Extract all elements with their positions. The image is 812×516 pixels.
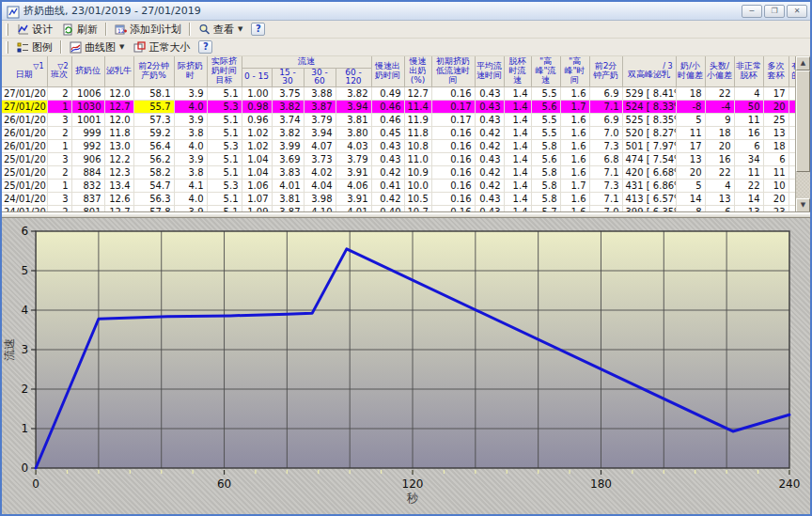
table-cell[interactable]: 3.87	[304, 101, 336, 114]
column-header[interactable]: 初期挤奶低流速时间	[431, 56, 475, 87]
table-cell[interactable]: 2	[47, 166, 71, 180]
table-cell[interactable]: 1	[47, 101, 71, 114]
table-cell[interactable]: 0.41	[371, 180, 404, 193]
table-cell[interactable]: 1.4	[504, 114, 531, 127]
vertical-scrollbar[interactable]: ▲ ▼	[795, 56, 810, 212]
table-cell[interactable]: 0.96	[242, 114, 272, 127]
table-cell[interactable]: 3.81	[272, 193, 304, 206]
table-cell[interactable]: 529 [ 8.41%]	[622, 87, 676, 101]
minimize-button[interactable]: ─	[742, 5, 762, 18]
table-cell[interactable]: 4.10	[304, 206, 336, 212]
table-cell[interactable]: 0.43	[475, 87, 504, 101]
table-cell[interactable]: 0.43	[475, 101, 504, 114]
table-row[interactable]: 24/01/2019383712.656.34.05.11.073.813.98…	[2, 193, 810, 206]
table-cell[interactable]: 22	[705, 87, 734, 101]
column-header[interactable]: "高峰"流速	[531, 56, 560, 87]
column-header[interactable]: ▽2班次	[47, 56, 71, 87]
table-cell[interactable]: 0.17	[431, 114, 475, 127]
table-cell[interactable]: 1.04	[242, 153, 272, 166]
column-header[interactable]: 非正常脱杯	[734, 56, 763, 87]
table-cell[interactable]: 1.06	[242, 180, 272, 193]
table-cell[interactable]: 3	[47, 193, 71, 206]
table-cell[interactable]: -8	[676, 101, 705, 114]
table-cell[interactable]: 12.7	[404, 87, 431, 101]
column-header[interactable]: 实际挤奶时间目标	[207, 56, 242, 87]
table-cell[interactable]: 34	[734, 153, 763, 166]
scroll-up-button[interactable]: ▲	[796, 56, 810, 70]
table-cell[interactable]: 3.8	[174, 127, 207, 140]
table-cell[interactable]: 12.3	[104, 166, 133, 180]
add-to-plan-button[interactable]: 12 添加到计划	[110, 21, 186, 39]
column-header[interactable]: 奶/小时偏差	[676, 56, 705, 87]
table-cell[interactable]: 5.8	[531, 140, 560, 153]
table-cell[interactable]: 1.4	[504, 140, 531, 153]
table-cell[interactable]: 0.42	[475, 180, 504, 193]
table-cell[interactable]: 1.6	[560, 193, 589, 206]
table-cell[interactable]: 11.0	[404, 153, 431, 166]
table-cell[interactable]: 18	[705, 127, 734, 140]
table-cell[interactable]: 3.80	[336, 127, 371, 140]
table-cell[interactable]: 22	[734, 180, 763, 193]
table-cell[interactable]: 4.0	[174, 140, 207, 153]
table-cell[interactable]: 55.7	[133, 101, 174, 114]
column-header[interactable]: 30 - 60	[304, 68, 336, 87]
table-cell[interactable]: 3.69	[272, 153, 304, 166]
table-cell[interactable]: 6	[705, 206, 734, 212]
table-cell[interactable]: 3.81	[336, 114, 371, 127]
table-cell[interactable]: 0.45	[371, 127, 404, 140]
table-row[interactable]: 27/01/20191103012.755.74.05.30.983.823.8…	[2, 101, 810, 114]
table-cell[interactable]: 1.02	[242, 127, 272, 140]
table-cell[interactable]: 3.82	[272, 127, 304, 140]
table-cell[interactable]: 524 [ 8.33%]	[622, 101, 676, 114]
table-cell[interactable]: 18	[763, 140, 789, 153]
table-cell[interactable]: 0.16	[431, 140, 475, 153]
table-cell[interactable]: 0.42	[475, 127, 504, 140]
table-cell[interactable]: 3.87	[272, 206, 304, 212]
table-cell[interactable]: 18	[676, 87, 705, 101]
table-cell[interactable]: 399 [ 6.35%]	[622, 206, 676, 212]
column-header[interactable]: ▽1日期	[2, 56, 47, 87]
table-row[interactable]: 25/01/2019390612.256.23.95.11.043.693.73…	[2, 153, 810, 166]
table-cell[interactable]: 1.4	[504, 153, 531, 166]
table-cell[interactable]: 10.0	[404, 180, 431, 193]
table-cell[interactable]: 11.8	[404, 127, 431, 140]
restore-button[interactable]: ❐	[764, 5, 785, 18]
table-cell[interactable]: 3.82	[272, 101, 304, 114]
table-cell[interactable]: 17	[763, 87, 789, 101]
table-cell[interactable]: 56.3	[133, 193, 174, 206]
table-cell[interactable]: 0.16	[431, 166, 475, 180]
table-cell[interactable]: 1.6	[560, 114, 589, 127]
table-cell[interactable]: 1	[47, 140, 71, 153]
table-cell[interactable]: 10.8	[404, 140, 431, 153]
table-cell[interactable]: 5	[676, 180, 705, 193]
legend-button[interactable]: 图例	[12, 39, 57, 56]
table-cell[interactable]: 7.0	[589, 206, 622, 212]
table-cell[interactable]: 5.7	[531, 206, 560, 212]
table-cell[interactable]: 24/01/2019	[2, 206, 47, 212]
table-cell[interactable]: 12.2	[104, 153, 133, 166]
table-row[interactable]: 25/01/2019183213.454.74.15.31.064.014.04…	[2, 180, 810, 193]
table-cell[interactable]: 3	[47, 114, 71, 127]
table-cell[interactable]: 4.06	[336, 180, 371, 193]
table-cell[interactable]: 56.4	[133, 140, 174, 153]
table-cell[interactable]: 8	[676, 206, 705, 212]
table-cell[interactable]: 5.1	[207, 87, 242, 101]
table-cell[interactable]: 2	[47, 87, 71, 101]
table-cell[interactable]: 4.0	[174, 101, 207, 114]
table-cell[interactable]: 13	[734, 206, 763, 212]
column-header[interactable]: 前2分钟产奶	[589, 56, 622, 87]
table-cell[interactable]: 0.16	[431, 180, 475, 193]
table-cell[interactable]: 7.1	[589, 193, 622, 206]
table-cell[interactable]: 0.43	[475, 193, 504, 206]
table-cell[interactable]: 13.0	[104, 140, 133, 153]
table-cell[interactable]: 1.00	[242, 87, 272, 101]
table-cell[interactable]: 5.5	[531, 87, 560, 101]
table-cell[interactable]: 50	[734, 101, 763, 114]
table-cell[interactable]: 25/01/2019	[2, 180, 47, 193]
table-cell[interactable]: 11	[734, 166, 763, 180]
table-cell[interactable]: 3.91	[336, 193, 371, 206]
design-button[interactable]: 设计	[12, 21, 57, 39]
table-row[interactable]: 26/01/20193100112.057.33.95.10.963.743.7…	[2, 114, 810, 127]
column-header[interactable]: "高峰"时间	[560, 56, 589, 87]
table-cell[interactable]: 25	[763, 114, 789, 127]
